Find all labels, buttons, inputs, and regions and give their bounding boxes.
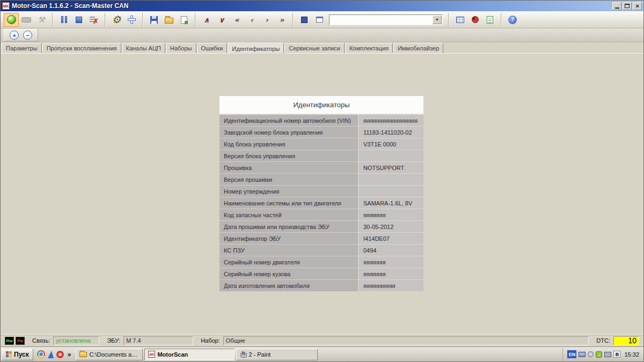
quick-launch-overflow-button[interactable]: »	[67, 351, 72, 358]
volume-icon[interactable]	[588, 351, 594, 357]
tab-servisnye-zapisi[interactable]: Сервисные записи	[284, 43, 345, 53]
table-row: Серийный номер кузова яяяяяяя	[219, 268, 423, 280]
ecu-label: ЭБУ:	[107, 337, 120, 344]
row-label: Номер утверждения	[219, 186, 358, 197]
chevron-down-icon: ▼	[435, 18, 439, 21]
report-view-button[interactable]	[482, 13, 497, 27]
network-icon[interactable]	[579, 352, 586, 357]
start-button[interactable]: Пуск	[2, 349, 33, 360]
nav-up-button[interactable]: ∧	[199, 13, 214, 27]
new-window-button[interactable]	[312, 13, 327, 27]
chart-view-button[interactable]	[467, 13, 482, 27]
connect-orb-icon	[7, 15, 16, 24]
ecu-icon	[21, 17, 31, 23]
taskbar-item-explorer[interactable]: C:\Documents and Settin...	[76, 349, 143, 360]
language-indicator[interactable]: EN	[567, 350, 576, 358]
stop-button[interactable]	[71, 13, 86, 27]
row-value: NOTSUPPORT	[358, 162, 423, 174]
tab-immobilayzer[interactable]: Иммобилайзер	[393, 43, 443, 53]
zoom-out-icon: −	[26, 32, 29, 39]
toolbar-combobox[interactable]: ▼	[329, 14, 443, 25]
nav-first-button[interactable]: «	[229, 13, 244, 27]
taskbar-item-paint[interactable]: 2 - Paint	[236, 349, 318, 360]
maximize-button[interactable]	[623, 2, 632, 10]
start-label: Пуск	[14, 351, 29, 358]
panel-title: Идентификаторы	[219, 96, 423, 115]
tab-oshibki[interactable]: Ошибки	[197, 43, 228, 53]
tab-propuski[interactable]: Пропуски воспламенения	[42, 43, 121, 53]
display-icon[interactable]	[604, 352, 611, 357]
stop-icon	[76, 17, 82, 23]
pause-button[interactable]	[56, 13, 71, 27]
antivirus-icon[interactable]	[596, 351, 602, 358]
connect-button[interactable]	[4, 13, 19, 27]
tray-clock: 15:32	[623, 351, 639, 358]
row-value: I414DE07	[358, 233, 423, 245]
browser-icon[interactable]	[48, 351, 54, 358]
ecu-field: М 7.4	[123, 336, 193, 345]
arrow-prev-icon: ‹	[250, 16, 253, 24]
tab-kanaly-acp[interactable]: Каналы АЦП	[122, 43, 165, 53]
toolbar-separator	[501, 13, 502, 27]
row-value: SAMARA-1.6L, 8V	[358, 197, 423, 209]
dtc-label: DTC:	[596, 337, 610, 344]
clear-list-button[interactable]: ✗	[86, 13, 101, 27]
taskbar-item-motorscan[interactable]: MK MotorScan	[144, 349, 235, 360]
combobox-dropdown-button[interactable]: ▼	[433, 16, 442, 24]
gear-button[interactable]: ⚙	[109, 13, 124, 27]
ecu-button-disabled[interactable]	[19, 13, 34, 27]
taskbar-item-label: 2 - Paint	[248, 351, 270, 358]
taskbar-item-label: C:\Documents and Settin...	[89, 351, 139, 358]
tab-komplektaciya[interactable]: Комплектация	[345, 43, 393, 53]
opera-icon[interactable]	[56, 351, 64, 358]
zoom-out-button[interactable]: −	[23, 31, 32, 40]
set-label: Набор:	[201, 337, 220, 344]
zoom-in-icon: +	[12, 32, 16, 39]
open-button[interactable]	[162, 13, 177, 27]
status-bar: Rw Pa Связь: установлена ЭБУ: М 7.4 Набо…	[1, 334, 643, 346]
new-window-icon	[316, 17, 323, 23]
nav-last-button[interactable]: »	[274, 13, 289, 27]
tab-identifikatory[interactable]: Идентификаторы	[228, 42, 284, 54]
zoom-group: + −	[4, 29, 38, 41]
zoom-in-button[interactable]: +	[10, 31, 19, 40]
tab-nabory[interactable]: Наборы	[166, 43, 196, 53]
taskbar-item-label: MotorScan	[157, 351, 188, 358]
row-label: Версия прошивки	[219, 174, 358, 186]
record-save-button[interactable]	[297, 13, 312, 27]
row-value	[358, 150, 423, 162]
chrome-icon[interactable]	[37, 350, 45, 358]
table-view-button[interactable]	[452, 13, 467, 27]
motorscan-icon: MK	[148, 351, 155, 358]
row-label: Версия блока управления	[219, 150, 358, 162]
table-row: Номер утверждения	[219, 186, 423, 197]
gear-icon: ⚙	[112, 14, 121, 25]
row-value: яяяяяяя	[358, 256, 423, 268]
windows-logo-icon	[6, 351, 12, 357]
settings-tools-button[interactable]: ⚒	[34, 13, 49, 27]
add-button[interactable]	[124, 13, 139, 27]
keyboard-layout-indicator[interactable]: B	[613, 351, 620, 358]
tab-parametry[interactable]: Параметры	[2, 43, 42, 53]
arrow-up-icon: ∧	[203, 16, 209, 24]
row-value: яяяяяяяяяя	[358, 280, 423, 292]
table-row: Прошивка NOTSUPPORT	[219, 162, 423, 174]
row-label: Идентификатор ЭБУ	[219, 233, 358, 245]
export-button[interactable]	[177, 13, 192, 27]
row-label: Идентификационный номер автомобиля (VIN)	[219, 115, 358, 127]
arrow-down-icon: ∨	[218, 16, 224, 24]
help-button[interactable]: ?	[505, 13, 520, 27]
minimize-button[interactable]	[612, 2, 621, 10]
close-button[interactable]: ×	[633, 2, 642, 10]
table-view-icon	[456, 17, 464, 23]
app-window: MK Motor-Scan 1.1.6.2 - Scan-Master CAN …	[0, 0, 644, 362]
save-button[interactable]	[147, 13, 162, 27]
export-icon	[181, 16, 187, 24]
row-label: Наименование системы или тип двигателя	[219, 197, 358, 209]
help-icon: ?	[508, 16, 517, 24]
row-value	[358, 174, 423, 186]
nav-next-button[interactable]: ›	[259, 13, 274, 27]
nav-prev-button[interactable]: ‹	[244, 13, 259, 27]
row-label: Заводской номер блока управления	[219, 127, 358, 138]
nav-down-button[interactable]: ∨	[214, 13, 229, 27]
